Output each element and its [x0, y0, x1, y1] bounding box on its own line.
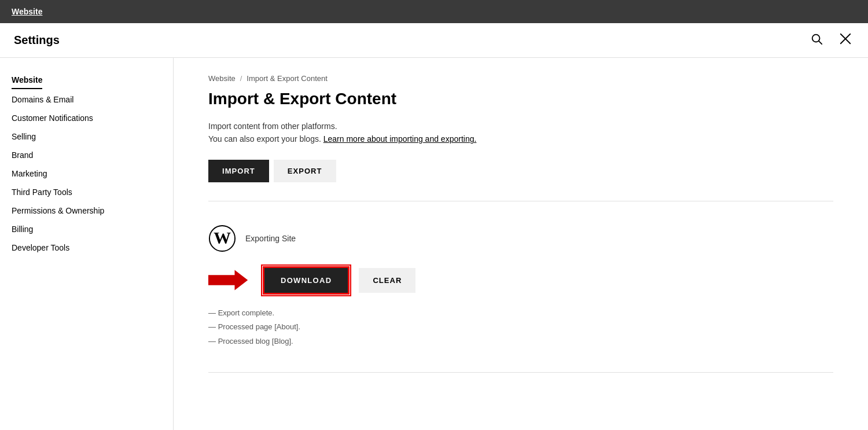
- sidebar-item-third-party-tools[interactable]: Third Party Tools: [12, 184, 161, 200]
- page-description: Import content from other platforms. You…: [208, 120, 833, 146]
- svg-marker-6: [208, 270, 248, 291]
- sidebar-item-brand[interactable]: Brand: [12, 147, 161, 163]
- learn-more-link[interactable]: Learn more about importing and exporting…: [323, 134, 477, 144]
- clear-button[interactable]: CLEAR: [359, 268, 415, 293]
- main-content: Website / Import & Export Content Import…: [174, 58, 868, 430]
- export-header: W Exporting Site: [208, 225, 833, 252]
- sidebar-item-customer-notifications[interactable]: Customer Notifications: [12, 110, 161, 126]
- import-button[interactable]: IMPORT: [208, 160, 269, 182]
- download-row: DOWNLOAD CLEAR: [208, 266, 833, 295]
- log-item: Processed blog [Blog].: [208, 335, 833, 349]
- close-button[interactable]: [837, 30, 854, 50]
- export-section: W Exporting Site DOWNLOAD CLEAR Export c…: [208, 215, 833, 358]
- sidebar-item-billing[interactable]: Billing: [12, 221, 161, 237]
- log-item: Processed page [About].: [208, 320, 833, 335]
- search-button[interactable]: [808, 30, 825, 50]
- download-button[interactable]: DOWNLOAD: [263, 266, 350, 295]
- red-arrow-indicator: [208, 269, 249, 292]
- header: Settings: [0, 23, 868, 58]
- sidebar-item-marketing[interactable]: Marketing: [12, 166, 161, 182]
- page-title: Import & Export Content: [208, 90, 833, 108]
- breadcrumb-current: Import & Export Content: [247, 74, 327, 83]
- svg-text:W: W: [214, 227, 231, 247]
- section-divider-1: [208, 201, 833, 201]
- export-log: Export complete. Processed page [About].…: [208, 306, 833, 349]
- svg-line-1: [819, 41, 822, 44]
- breadcrumb: Website / Import & Export Content: [208, 74, 833, 83]
- layout: Website Domains & Email Customer Notific…: [0, 58, 868, 430]
- sidebar-item-selling[interactable]: Selling: [12, 128, 161, 145]
- breadcrumb-separator: /: [240, 74, 242, 83]
- sidebar-nav: Website Domains & Email Customer Notific…: [12, 72, 161, 256]
- sidebar-item-domains-email[interactable]: Domains & Email: [12, 91, 161, 108]
- export-button[interactable]: EXPORT: [274, 160, 336, 182]
- settings-title: Settings: [14, 34, 60, 47]
- breadcrumb-parent-link[interactable]: Website: [208, 74, 236, 83]
- wordpress-icon: W: [208, 225, 236, 252]
- sidebar-item-developer-tools[interactable]: Developer Tools: [12, 240, 161, 256]
- sidebar-item-permissions-ownership[interactable]: Permissions & Ownership: [12, 203, 161, 219]
- sidebar: Website Domains & Email Customer Notific…: [0, 58, 174, 430]
- header-icons: [808, 30, 854, 50]
- top-bar: Website: [0, 0, 868, 23]
- description-line1: Import content from other platforms.: [208, 120, 833, 133]
- action-buttons: IMPORT EXPORT: [208, 160, 833, 182]
- description-line2: You can also export your blogs. Learn mo…: [208, 133, 833, 145]
- export-status-text: Exporting Site: [245, 234, 296, 243]
- section-divider-2: [208, 372, 833, 373]
- log-item: Export complete.: [208, 306, 833, 321]
- sidebar-item-website[interactable]: Website: [12, 72, 161, 89]
- top-bar-title: Website: [12, 7, 42, 16]
